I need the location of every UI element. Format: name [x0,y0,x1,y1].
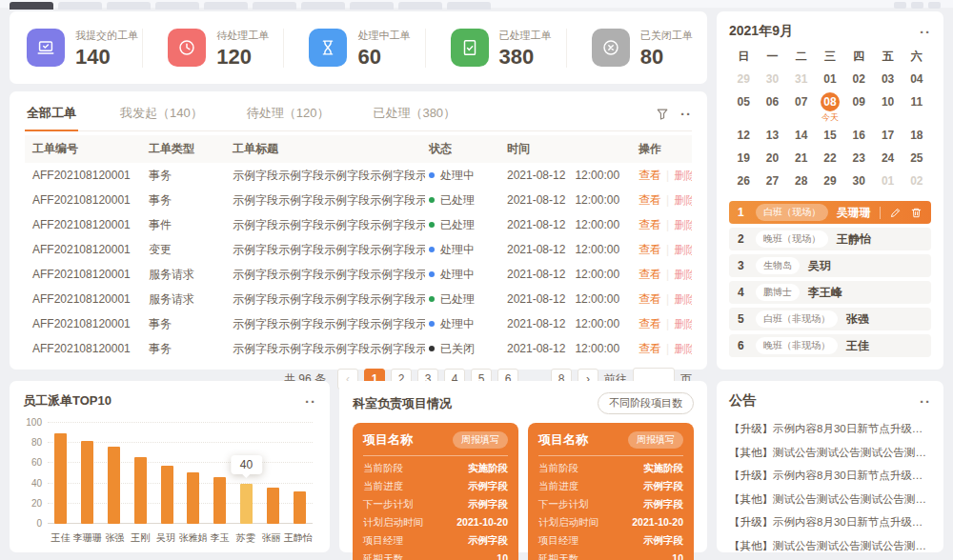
calendar-day[interactable]: 25 [902,149,931,170]
view-link[interactable]: 查看 [639,218,661,231]
calendar-day[interactable]: 15 [816,126,844,147]
browser-tab[interactable] [350,2,394,10]
worklist-tab[interactable]: 已处理（380） [371,103,457,130]
bar[interactable] [213,477,226,524]
trash-icon[interactable] [910,207,923,219]
calendar-day[interactable]: 29 [816,171,844,192]
calendar-day[interactable]: 01 [873,171,902,192]
calendar-day[interactable]: 09 [844,92,873,124]
bar[interactable] [294,491,306,524]
calendar-day[interactable]: 29 [729,70,758,90]
bar[interactable] [54,433,67,524]
calendar-day[interactable]: 17 [873,126,902,147]
stat-card[interactable]: 待处理工单120 [142,29,283,68]
bar[interactable] [161,466,173,524]
more-options-icon[interactable]: ·· [920,394,931,409]
window-control[interactable] [911,2,923,9]
view-link[interactable]: 查看 [639,268,661,281]
browser-tab[interactable] [301,2,345,10]
announcement-item[interactable]: 【升级】示例内容8月30日新节点升级计划通知 [729,417,931,441]
stat-card[interactable]: 已处理工单380 [425,29,566,68]
stat-card[interactable]: 已关闭工单80 [566,29,707,68]
view-link[interactable]: 查看 [639,292,661,306]
calendar-day[interactable]: 30 [758,70,786,90]
bar[interactable] [81,441,93,524]
view-link[interactable]: 查看 [639,169,661,182]
shift-row[interactable]: 2晚班（现场）王静怡 [729,228,931,250]
calendar-day[interactable]: 14 [787,126,816,147]
calendar-day[interactable]: 10 [873,92,902,124]
announcement-item[interactable]: 【其他】测试公告测试公告测试公告测试公告测试公告 [729,534,931,558]
shift-row[interactable]: 4鹏博士李王峰 [729,281,931,304]
window-control[interactable] [894,2,906,9]
calendar-day[interactable]: 24 [873,149,902,170]
calendar-day[interactable]: 28 [787,171,816,192]
calendar-day[interactable]: 08今天 [816,92,844,124]
view-link[interactable]: 查看 [639,342,661,355]
bar[interactable] [187,472,199,524]
filter-icon[interactable] [656,108,669,121]
view-link[interactable]: 查看 [639,243,661,256]
shift-row[interactable]: 6晚班（非现场）王佳 [729,334,931,357]
delete-link[interactable]: 删除 [674,243,692,256]
stat-card[interactable]: 我提交的工单140 [10,29,142,68]
calendar-day[interactable]: 22 [816,149,844,170]
calendar-day[interactable]: 19 [729,149,758,170]
calendar-day[interactable]: 02 [902,171,931,192]
delete-link[interactable]: 删除 [674,342,692,355]
bar[interactable] [267,488,279,524]
calendar-day[interactable]: 18 [902,126,931,147]
browser-tab[interactable] [10,2,53,10]
calendar-day[interactable]: 04 [902,70,931,90]
view-link[interactable]: 查看 [639,193,661,207]
browser-tab[interactable] [398,2,442,10]
view-link[interactable]: 查看 [639,317,661,330]
calendar-day[interactable]: 26 [729,171,758,192]
bar[interactable] [134,457,147,524]
browser-tab[interactable] [253,2,296,10]
delete-link[interactable]: 删除 [674,292,692,306]
worklist-tab[interactable]: 待处理（120） [245,103,332,130]
delete-link[interactable]: 删除 [674,268,692,281]
delete-link[interactable]: 删除 [674,169,692,182]
browser-tab[interactable] [447,2,491,10]
browser-tab[interactable] [155,2,199,10]
calendar-day[interactable]: 21 [787,149,816,170]
calendar-day[interactable]: 07 [787,92,816,124]
shift-row[interactable]: 1白班（现场）吴珊珊 [729,201,931,224]
calendar-day[interactable]: 03 [873,70,902,90]
calendar-day[interactable]: 31 [787,70,816,90]
stage-count-button[interactable]: 不同阶段项目数 [598,392,694,414]
announcement-item[interactable]: 【其他】测试公告测试公告测试公告测试公告测试公告 [729,488,931,511]
weekly-report-button[interactable]: 周报填写 [453,431,508,449]
calendar-day[interactable]: 02 [844,70,873,90]
calendar-day[interactable]: 12 [729,126,758,147]
announcement-item[interactable]: 【升级】示例内容8月30日新节点升级计划通知 [729,510,931,534]
more-options-icon[interactable]: ·· [680,107,692,121]
browser-tab[interactable] [58,2,102,10]
browser-tab[interactable] [107,2,151,10]
calendar-day[interactable]: 05 [729,92,758,124]
calendar-day[interactable]: 13 [758,126,786,147]
more-options-icon[interactable]: ·· [305,394,316,409]
calendar-day[interactable]: 01 [816,70,844,90]
delete-link[interactable]: 删除 [674,193,692,207]
announcement-item[interactable]: 【升级】示例内容8月30日新节点升级计划通知 [729,464,931,488]
announcement-item[interactable]: 【其他】测试公告测试公告测试公告测试公告测试公告 [729,441,931,465]
bar[interactable] [108,447,120,524]
bar[interactable] [240,484,253,524]
calendar-day[interactable]: 30 [844,171,873,192]
calendar-day[interactable]: 27 [758,171,786,192]
shift-row[interactable]: 3生物岛吴玥 [729,254,931,277]
weekly-report-button[interactable]: 周报填写 [628,431,683,449]
worklist-tab[interactable]: 我发起（140） [118,103,205,130]
shift-row[interactable]: 5白班（非现场）张强 [729,308,931,330]
calendar-day[interactable]: 11 [902,92,931,124]
calendar-day[interactable]: 23 [844,149,873,170]
calendar-day[interactable]: 16 [844,126,873,147]
more-options-icon[interactable]: ·· [920,25,931,39]
worklist-tab[interactable]: 全部工单 [25,103,78,131]
delete-link[interactable]: 删除 [674,317,692,330]
calendar-day[interactable]: 20 [758,149,786,170]
calendar-day[interactable]: 06 [758,92,786,124]
